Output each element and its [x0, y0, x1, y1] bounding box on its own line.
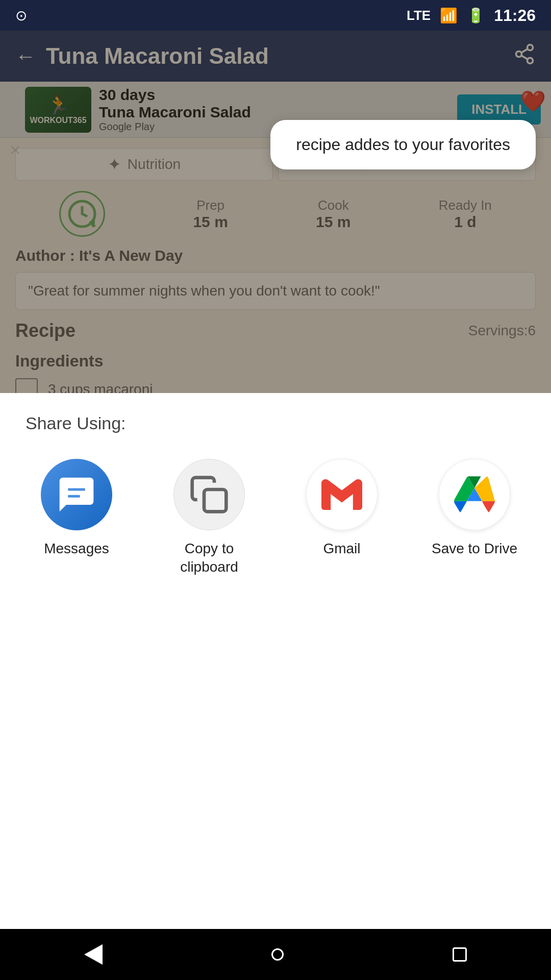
- messages-label: Messages: [44, 540, 109, 558]
- share-title: Share Using:: [26, 413, 525, 433]
- messages-icon: [41, 459, 112, 530]
- nav-recent-button[interactable]: [453, 947, 467, 962]
- battery-icon: 🔋: [467, 7, 485, 24]
- gmail-label: Gmail: [323, 540, 360, 558]
- share-app-drive[interactable]: Save to Drive: [423, 459, 525, 577]
- navigation-bar: [0, 929, 551, 980]
- dim-overlay: [0, 31, 551, 393]
- status-bar-left: ⊙: [15, 0, 27, 31]
- share-sheet: Share Using: Messages Copy to clipboard: [0, 393, 551, 607]
- status-time: 11:26: [494, 6, 536, 25]
- drive-label: Save to Drive: [432, 540, 517, 558]
- share-apps-row: Messages Copy to clipboard Gmail: [26, 459, 525, 577]
- toast-notification: recipe addes to your favorites: [270, 120, 536, 169]
- gmail-icon: [306, 459, 378, 530]
- signal-icon: ⊙: [15, 7, 27, 24]
- background-recipe-content: ← Tuna Macaroni Salad ✕ 🏃 WORKOUT365 30 …: [0, 31, 551, 393]
- nav-back-button[interactable]: [84, 944, 103, 965]
- copy-icon: [173, 459, 245, 530]
- svg-rect-6: [204, 489, 226, 511]
- toast-text: recipe addes to your favorites: [296, 135, 510, 154]
- lte-label: LTE: [407, 8, 431, 23]
- share-app-gmail[interactable]: Gmail: [291, 459, 393, 577]
- drive-icon: [439, 459, 510, 530]
- nav-home-button[interactable]: [271, 948, 284, 961]
- copy-clipboard-label: Copy to clipboard: [158, 540, 260, 577]
- signal-bars-icon: 📶: [440, 7, 458, 24]
- status-bar: ⊙ LTE 📶 🔋 11:26: [0, 0, 551, 31]
- share-app-copy[interactable]: Copy to clipboard: [158, 459, 260, 577]
- share-app-messages[interactable]: Messages: [26, 459, 128, 577]
